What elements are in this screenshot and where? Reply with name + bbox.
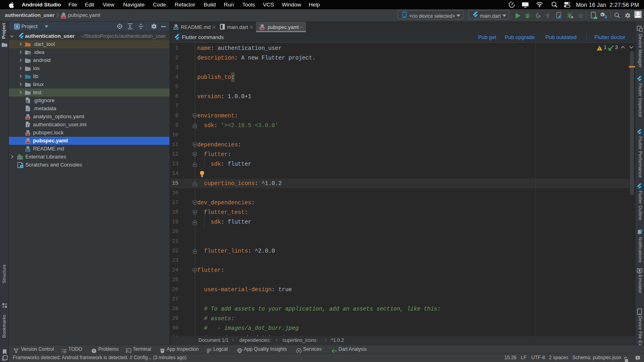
svg-text:MD: MD (26, 149, 30, 152)
svg-text:YML: YML (25, 141, 31, 144)
svg-text:YML: YML (25, 117, 31, 119)
svg-text:YML: YML (61, 16, 66, 19)
svg-text:MD: MD (174, 27, 178, 30)
svg-text:YML: YML (25, 133, 31, 136)
svg-text:YML: YML (260, 27, 265, 30)
